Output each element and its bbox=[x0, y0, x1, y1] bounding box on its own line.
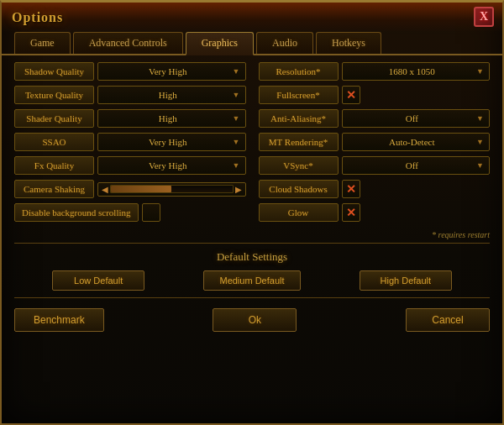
default-settings-section: Default Settings Low Default Medium Defa… bbox=[14, 243, 490, 298]
default-settings-title: Default Settings bbox=[14, 250, 490, 264]
ok-button[interactable]: Ok bbox=[213, 308, 297, 332]
dropdown-arrow: ▼ bbox=[233, 161, 240, 170]
fullscreen-checkbox[interactable]: ✕ bbox=[342, 86, 360, 104]
tab-hotkeys[interactable]: Hotkeys bbox=[316, 32, 381, 54]
antialiasing-dropdown[interactable]: Off ▼ bbox=[342, 109, 491, 128]
fx-quality-row: Fx Quality Very High ▼ bbox=[14, 156, 246, 175]
ssao-row: SSAO Very High ▼ bbox=[14, 133, 246, 151]
high-default-button[interactable]: High Default bbox=[360, 270, 452, 291]
check-icon: ✕ bbox=[346, 88, 356, 102]
resolution-row: Resolution* 1680 x 1050 ▼ bbox=[259, 62, 491, 81]
slider-track bbox=[110, 185, 234, 193]
dropdown-arrow: ▼ bbox=[476, 114, 484, 123]
default-buttons-row: Low Default Medium Default High Default bbox=[14, 270, 490, 291]
cloud-shadows-checkbox[interactable]: ✕ bbox=[342, 180, 360, 198]
cloud-shadows-label: Cloud Shadows bbox=[259, 180, 339, 198]
tab-bar: Game Advanced Controls Graphics Audio Ho… bbox=[2, 32, 502, 55]
benchmark-button[interactable]: Benchmark bbox=[14, 308, 104, 332]
bg-scrolling-checkbox[interactable] bbox=[142, 203, 160, 222]
dropdown-arrow: ▼ bbox=[233, 114, 240, 123]
shader-quality-dropdown[interactable]: High ▼ bbox=[97, 109, 246, 128]
fullscreen-row: Fullscreen* ✕ bbox=[259, 86, 491, 104]
fullscreen-label: Fullscreen* bbox=[259, 86, 339, 104]
vsync-label: VSync* bbox=[259, 156, 339, 175]
mt-rendering-label: MT Rendering* bbox=[259, 133, 339, 151]
ssao-label: SSAO bbox=[14, 133, 94, 151]
dropdown-arrow: ▼ bbox=[476, 161, 484, 170]
glow-label: Glow bbox=[259, 203, 339, 222]
shader-quality-label: Shader Quality bbox=[14, 109, 94, 128]
tab-advanced[interactable]: Advanced Controls bbox=[73, 32, 183, 54]
restart-note: * requires restart bbox=[2, 228, 502, 239]
shadow-quality-label: Shadow Quality bbox=[14, 62, 94, 81]
settings-grid: Shadow Quality Very High ▼ Resolution* 1… bbox=[2, 55, 502, 228]
texture-quality-dropdown[interactable]: High ▼ bbox=[97, 86, 246, 104]
texture-quality-row: Texture Quality High ▼ bbox=[14, 86, 246, 104]
slider-right-arrow[interactable]: ▶ bbox=[235, 185, 242, 194]
shadow-quality-dropdown[interactable]: Very High ▼ bbox=[97, 62, 246, 81]
antialiasing-row: Anti-Aliasing* Off ▼ bbox=[259, 109, 491, 128]
glow-checkbox[interactable]: ✕ bbox=[342, 203, 360, 222]
cancel-button[interactable]: Cancel bbox=[406, 308, 490, 332]
check-icon: ✕ bbox=[346, 206, 356, 220]
slider-fill bbox=[111, 186, 171, 192]
mt-rendering-dropdown[interactable]: Auto-Detect ▼ bbox=[342, 133, 491, 151]
action-buttons-row: Benchmark Ok Cancel bbox=[2, 302, 502, 336]
ssao-dropdown[interactable]: Very High ▼ bbox=[97, 133, 246, 151]
camera-shaking-row: Camera Shaking ◀ ▶ bbox=[14, 180, 246, 198]
fx-quality-dropdown[interactable]: Very High ▼ bbox=[97, 156, 246, 175]
resolution-dropdown[interactable]: 1680 x 1050 ▼ bbox=[342, 62, 491, 81]
camera-shaking-slider[interactable]: ◀ ▶ bbox=[97, 182, 246, 197]
dropdown-arrow: ▼ bbox=[233, 138, 240, 146]
dropdown-arrow: ▼ bbox=[476, 138, 484, 146]
resolution-label: Resolution* bbox=[259, 62, 339, 81]
shader-quality-row: Shader Quality High ▼ bbox=[14, 109, 246, 128]
low-default-button[interactable]: Low Default bbox=[52, 270, 144, 291]
antialiasing-label: Anti-Aliasing* bbox=[259, 109, 339, 128]
texture-quality-label: Texture Quality bbox=[14, 86, 94, 104]
bg-scrolling-row: Disable background scrolling bbox=[14, 203, 246, 222]
dropdown-arrow: ▼ bbox=[476, 67, 484, 76]
options-window: Options X Game Advanced Controls Graphic… bbox=[0, 0, 504, 425]
fx-quality-label: Fx Quality bbox=[14, 156, 94, 175]
mt-rendering-row: MT Rendering* Auto-Detect ▼ bbox=[259, 133, 491, 151]
tab-graphics[interactable]: Graphics bbox=[186, 32, 254, 55]
vsync-row: VSync* Off ▼ bbox=[259, 156, 491, 175]
check-icon: ✕ bbox=[346, 182, 356, 197]
camera-shaking-label: Camera Shaking bbox=[14, 180, 94, 198]
tab-game[interactable]: Game bbox=[14, 32, 71, 54]
title-bar: Options X bbox=[2, 3, 502, 32]
tab-audio[interactable]: Audio bbox=[256, 32, 313, 54]
shadow-quality-row: Shadow Quality Very High ▼ bbox=[14, 62, 246, 81]
vsync-dropdown[interactable]: Off ▼ bbox=[342, 156, 491, 175]
close-button[interactable]: X bbox=[474, 7, 494, 27]
window-title: Options bbox=[12, 10, 63, 25]
bg-scrolling-label: Disable background scrolling bbox=[14, 203, 139, 222]
dropdown-arrow: ▼ bbox=[233, 67, 240, 76]
dropdown-arrow: ▼ bbox=[233, 91, 240, 99]
cloud-shadows-row: Cloud Shadows ✕ bbox=[259, 180, 491, 198]
medium-default-button[interactable]: Medium Default bbox=[203, 270, 300, 291]
glow-row: Glow ✕ bbox=[259, 203, 491, 222]
slider-left-arrow[interactable]: ◀ bbox=[102, 185, 108, 194]
